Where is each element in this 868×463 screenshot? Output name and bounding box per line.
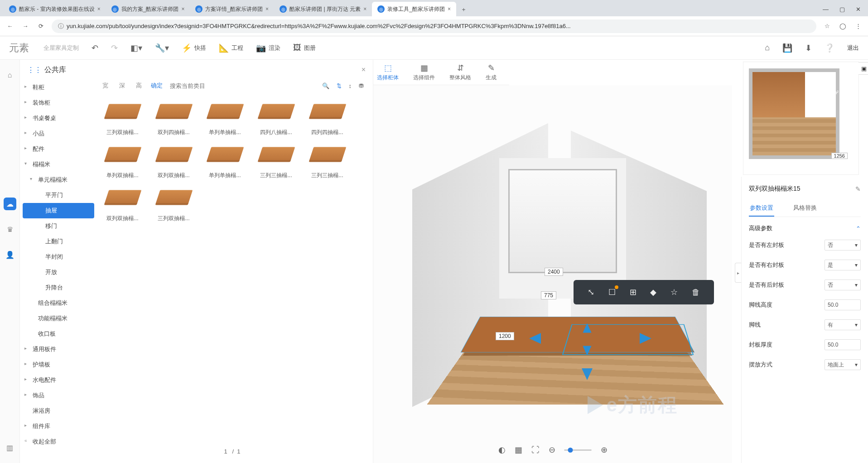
tree-item[interactable]: ▸鞋柜 bbox=[20, 80, 97, 95]
bookmark-icon[interactable]: ☆ bbox=[823, 22, 832, 31]
fullscreen-icon[interactable]: ⛶ bbox=[531, 445, 540, 455]
tree-collapse-all[interactable]: «收起全部 bbox=[20, 434, 97, 449]
ctx-material-icon[interactable]: ◆ bbox=[650, 287, 656, 297]
tab-select-cabinet[interactable]: ⬚选择柜体 bbox=[377, 63, 399, 82]
move-arrow-down-icon[interactable] bbox=[582, 368, 593, 380]
move-arrow-left-icon[interactable] bbox=[529, 333, 541, 344]
browser-tab[interactable]: ◎酷家乐讲师团 | 厚街万达 元素× bbox=[274, 2, 372, 16]
close-icon[interactable]: × bbox=[181, 6, 184, 12]
param-select[interactable]: 有▾ bbox=[825, 319, 861, 330]
minimap-toggle-icon[interactable]: ▣ bbox=[858, 62, 868, 75]
tree-item-selected[interactable]: 抽屉 bbox=[23, 203, 94, 218]
profile-icon[interactable]: ◯ bbox=[838, 22, 847, 31]
tab-style[interactable]: ⇵整体风格 bbox=[449, 63, 471, 82]
browser-tab[interactable]: ◎我的方案_酷家乐讲师团× bbox=[106, 2, 190, 16]
tree-item[interactable]: 上翻门 bbox=[20, 234, 97, 249]
zoom-in-icon[interactable]: ⊕ bbox=[601, 445, 608, 455]
home-icon[interactable]: ⌂ bbox=[765, 43, 770, 53]
close-icon[interactable]: × bbox=[448, 6, 451, 12]
tree-item[interactable]: 淋浴房 bbox=[20, 403, 97, 419]
edit-icon[interactable]: ✎ bbox=[855, 185, 861, 193]
help-icon[interactable]: ❔ bbox=[825, 43, 834, 53]
tree-item[interactable]: ▾榻榻米 bbox=[20, 157, 97, 172]
tree-item[interactable]: ▸小品 bbox=[20, 126, 97, 141]
sort-icon[interactable]: ⇅ bbox=[337, 82, 342, 89]
dim-height[interactable]: 高 bbox=[134, 82, 144, 90]
close-icon[interactable]: × bbox=[97, 6, 101, 12]
tab-select-component[interactable]: ▦选择组件 bbox=[413, 63, 435, 82]
tab-generate[interactable]: ✎生成 bbox=[486, 63, 497, 82]
tree-item[interactable]: 组合榻榻米 bbox=[20, 295, 97, 311]
tree-item[interactable]: 收口板 bbox=[20, 326, 97, 342]
album-button[interactable]: 🖼图册 bbox=[293, 43, 316, 53]
thumb-item[interactable]: 三列三抽榻... bbox=[304, 140, 351, 179]
move-arrow-right-icon[interactable] bbox=[640, 333, 651, 344]
quick-build-button[interactable]: ⚡快搭 bbox=[182, 43, 206, 53]
tree-item[interactable]: ▸书桌餐桌 bbox=[20, 111, 97, 126]
param-select[interactable]: 是▾ bbox=[825, 260, 861, 270]
eraser-icon[interactable]: ◧▾ bbox=[130, 43, 142, 53]
ctx-stretch-icon[interactable]: ⤡ bbox=[588, 287, 594, 297]
ctx-delete-icon[interactable]: 🗑 bbox=[692, 288, 700, 297]
menu-icon[interactable]: ⋮ bbox=[854, 22, 863, 31]
view-mode-icon[interactable]: ▦ bbox=[515, 445, 522, 455]
undo-icon[interactable]: ↶ bbox=[92, 43, 98, 53]
window-close-icon[interactable]: ✕ bbox=[856, 6, 861, 13]
tree-item[interactable]: ▾单元榻榻米 bbox=[20, 172, 97, 188]
thumb-item[interactable]: 四列八抽榻... bbox=[252, 97, 300, 136]
tree-item[interactable]: 半封闭 bbox=[20, 249, 97, 265]
rail-layout-icon[interactable]: ▥ bbox=[4, 441, 16, 454]
thumb-item[interactable]: 单列双抽榻... bbox=[99, 140, 146, 179]
browser-tab-active[interactable]: ◎装修工具_酷家乐讲师团× bbox=[372, 2, 456, 16]
redo-icon[interactable]: ↷ bbox=[111, 43, 118, 53]
window-min-icon[interactable]: — bbox=[823, 6, 829, 13]
thumb-item[interactable]: 双列双抽榻... bbox=[99, 183, 146, 222]
viewport-3d[interactable]: 2400 775 1200 ⤡ ☐ ⊞ ◆ ☆ 🗑 ◐ ▦ ⛶ ⊖ ⊕ e方前程 bbox=[373, 85, 732, 463]
rail-cloud-icon[interactable]: ☁ bbox=[4, 198, 16, 210]
ctx-favorite-icon[interactable]: ☆ bbox=[670, 287, 678, 297]
tree-item[interactable]: 功能榻榻米 bbox=[20, 311, 97, 326]
nav-back-icon[interactable]: ← bbox=[5, 22, 14, 31]
download-icon[interactable]: ⬇ bbox=[805, 43, 812, 53]
filter-icon[interactable]: ⛃ bbox=[359, 82, 364, 89]
zoom-out-icon[interactable]: ⊖ bbox=[549, 445, 555, 455]
tree-item[interactable]: 移门 bbox=[20, 218, 97, 234]
thumb-item[interactable]: 单列单抽榻... bbox=[201, 140, 249, 179]
param-select[interactable]: 地面上▾ bbox=[825, 359, 861, 370]
zoom-slider[interactable] bbox=[564, 449, 592, 451]
browser-tab[interactable]: ◎方案详情_酷家乐讲师团× bbox=[190, 2, 274, 16]
close-icon[interactable]: × bbox=[265, 6, 269, 12]
param-input[interactable]: 50.0 bbox=[825, 299, 861, 310]
search-icon[interactable]: 🔍 bbox=[322, 82, 329, 89]
project-button[interactable]: 📐工程 bbox=[219, 43, 243, 53]
close-icon[interactable]: × bbox=[363, 6, 366, 12]
dim-width[interactable]: 宽 bbox=[101, 82, 110, 90]
move-arrow-z-up-icon[interactable] bbox=[583, 323, 591, 333]
close-icon[interactable]: × bbox=[362, 66, 366, 74]
minimap[interactable]: ▣ 次卧7.17m² 1256 bbox=[743, 62, 859, 175]
nav-reload-icon[interactable]: ⟳ bbox=[36, 22, 45, 31]
thumb-item[interactable]: 单列单抽榻... bbox=[201, 97, 249, 136]
param-select[interactable]: 否▾ bbox=[825, 240, 861, 251]
search-input[interactable] bbox=[170, 82, 315, 89]
tree-item[interactable]: ▸配件 bbox=[20, 141, 97, 157]
param-select[interactable]: 否▾ bbox=[825, 280, 861, 290]
thumb-item[interactable]: 三列双抽榻... bbox=[150, 183, 198, 222]
save-icon[interactable]: 💾 bbox=[782, 43, 792, 53]
rail-crown-icon[interactable]: ♛ bbox=[4, 223, 16, 236]
tree-item[interactable]: ▸水电配件 bbox=[20, 372, 97, 388]
tree-item[interactable]: ▸通用板件 bbox=[20, 342, 97, 357]
thumb-item[interactable]: 四列四抽榻... bbox=[304, 97, 351, 136]
nav-fwd-icon[interactable]: → bbox=[21, 22, 30, 31]
panel-collapse-icon[interactable]: ▸ bbox=[735, 263, 741, 283]
move-arrow-z-down-icon[interactable] bbox=[583, 346, 591, 356]
browser-tab[interactable]: ◎酷家乐 - 室内装修效果图在线设× bbox=[4, 2, 106, 16]
tree-item[interactable]: ▸饰品 bbox=[20, 388, 97, 403]
tab-params[interactable]: 参数设置 bbox=[749, 200, 774, 217]
thumb-item[interactable]: 三列三抽榻... bbox=[252, 140, 300, 179]
tree-item[interactable]: ▸护墙板 bbox=[20, 357, 97, 372]
tab-styles[interactable]: 风格替换 bbox=[792, 200, 818, 217]
window-max-icon[interactable]: ▢ bbox=[839, 6, 845, 13]
thumb-item[interactable]: 双列双抽榻... bbox=[150, 140, 198, 179]
thumb-item[interactable]: 三列双抽榻... bbox=[99, 97, 146, 136]
